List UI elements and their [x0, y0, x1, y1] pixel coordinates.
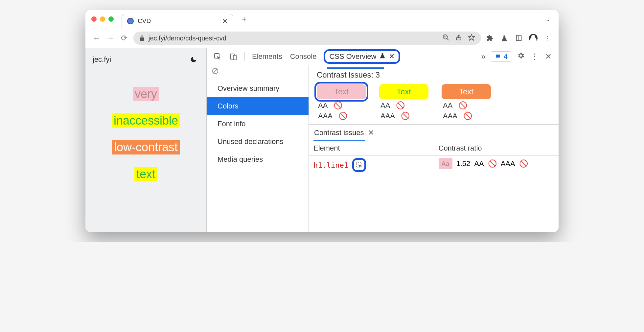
forward-button[interactable]: →: [106, 34, 115, 43]
css-overview-content: Contrast issues: 3 TextAA🚫AAA🚫TextAA🚫AAA…: [309, 65, 559, 232]
fail-icon: 🚫: [338, 112, 347, 120]
ratio-aaa-fail-icon: 🚫: [519, 159, 528, 168]
fail-icon: 🚫: [401, 112, 410, 120]
sidebar-item[interactable]: Overview summary: [207, 80, 309, 97]
url-text: jec.fyi/demo/cds-quest-cvd: [149, 35, 438, 42]
fail-icon: 🚫: [463, 112, 472, 120]
reading-list-icon[interactable]: [515, 34, 523, 42]
sidebar-item[interactable]: Font info: [207, 115, 309, 133]
col-header-ratio: Contrast ratio: [434, 141, 559, 155]
back-button[interactable]: ←: [92, 34, 101, 43]
sidebar-item[interactable]: Colors: [207, 97, 309, 115]
flask-icon: [380, 52, 385, 61]
svg-marker-4: [469, 34, 474, 40]
issues-count: 4: [504, 52, 508, 61]
aaa-row: AAA🚫: [379, 112, 428, 120]
ratio-aaa-label: AAA: [501, 159, 515, 168]
lock-icon: [139, 35, 145, 41]
dark-mode-toggle[interactable]: [188, 54, 199, 65]
tab-elements[interactable]: Elements: [251, 51, 283, 62]
labs-flask-icon[interactable]: [500, 34, 509, 42]
demo-word: low-contrast: [112, 140, 180, 154]
clear-overview-icon[interactable]: [212, 67, 219, 76]
contrast-issues-panel: Contrast issues ✕ Element h1.line1: [309, 124, 559, 175]
hover-element-icon[interactable]: [352, 158, 366, 172]
sidebar-item[interactable]: Unused declarations: [207, 133, 309, 151]
tab-close-button[interactable]: ✕: [222, 17, 228, 25]
contrast-swatch-column: TextAA🚫AAA🚫: [317, 84, 366, 120]
address-bar[interactable]: jec.fyi/demo/cds-quest-cvd: [133, 32, 481, 45]
devtools-overflow-icon[interactable]: »: [481, 52, 485, 61]
zoom-out-icon[interactable]: [442, 34, 449, 43]
tab-css-overview-label: CSS Overview: [329, 52, 376, 61]
contrast-swatch[interactable]: Text: [317, 84, 366, 99]
fail-icon: 🚫: [396, 101, 405, 110]
issue-element-selector: h1.line1: [313, 161, 348, 169]
extensions-icon[interactable]: [486, 34, 494, 42]
svg-line-11: [213, 69, 218, 73]
issues-panel-tab[interactable]: Contrast issues: [313, 127, 365, 141]
svg-line-1: [447, 38, 449, 40]
demo-word: inaccessible: [112, 113, 180, 128]
browser-tab[interactable]: CVD ✕: [122, 14, 233, 28]
aa-row: AA🚫: [317, 101, 366, 110]
contrast-swatch-column: TextAA🚫AAA🚫: [379, 84, 428, 120]
devtools-menu-icon[interactable]: ⋮: [530, 52, 539, 61]
zoom-window-button[interactable]: [108, 16, 114, 22]
contrast-swatch[interactable]: Text: [379, 84, 428, 99]
site-label: jec.fyi: [93, 55, 111, 64]
tab-css-overview[interactable]: CSS Overview ✕: [324, 49, 400, 64]
fail-icon: 🚫: [334, 101, 342, 110]
demo-word: very: [133, 87, 159, 101]
col-header-element: Element: [309, 141, 434, 155]
issues-panel-close[interactable]: ✕: [368, 129, 374, 137]
inspect-element-icon[interactable]: [213, 52, 222, 61]
demo-text-column: veryinaccessiblelow-contrasttext: [85, 71, 206, 232]
devtools-close-button[interactable]: ✕: [544, 52, 553, 61]
page-pane: jec.fyi veryinaccessiblelow-contrasttext: [85, 48, 207, 232]
bookmark-star-icon[interactable]: [468, 34, 475, 43]
demo-word: text: [134, 167, 157, 181]
ratio-aa-fail-icon: 🚫: [488, 159, 497, 168]
reload-button[interactable]: ⟳: [120, 34, 129, 43]
window-controls: [91, 16, 114, 22]
aa-row: AA🚫: [442, 101, 491, 110]
ratio-swatch: Aa: [439, 158, 452, 169]
sidebar-item[interactable]: Media queries: [207, 151, 309, 168]
settings-gear-icon[interactable]: [517, 52, 525, 61]
svg-rect-6: [517, 36, 518, 41]
devtools-pane: Elements Console CSS Overview ✕ » 4: [207, 48, 559, 232]
device-toolbar-icon[interactable]: [229, 52, 238, 61]
tab-css-overview-close[interactable]: ✕: [389, 52, 395, 61]
aa-row: AA🚫: [379, 101, 428, 110]
main-area: jec.fyi veryinaccessiblelow-contrasttext…: [85, 48, 559, 232]
aaa-row: AAA🚫: [317, 112, 366, 120]
tab-strip: CVD ✕ ＋ ⌄: [85, 10, 559, 28]
contrast-swatch[interactable]: Text: [442, 84, 491, 99]
svg-rect-9: [233, 55, 236, 60]
share-icon[interactable]: [455, 34, 462, 43]
contrast-swatch-column: TextAA🚫AAA🚫: [442, 84, 491, 120]
profile-avatar-icon[interactable]: [529, 34, 538, 42]
tabs-dropdown-icon[interactable]: ⌄: [546, 15, 551, 23]
issues-chip[interactable]: 4: [491, 51, 511, 62]
aaa-row: AAA🚫: [442, 112, 491, 120]
tab-title: CVD: [138, 17, 218, 25]
contrast-issues-heading: Contrast issues: 3: [317, 70, 551, 80]
ratio-aa-label: AA: [474, 159, 484, 168]
new-tab-button[interactable]: ＋: [240, 13, 248, 25]
devtools-tabbar: Elements Console CSS Overview ✕ » 4: [207, 48, 559, 65]
browser-window: CVD ✕ ＋ ⌄ ← → ⟳ jec.fyi/demo/cds-quest-c…: [85, 10, 559, 232]
issue-row-ratio: Aa 1.52 AA 🚫 AAA 🚫: [434, 155, 559, 172]
close-window-button[interactable]: [91, 16, 97, 22]
fail-icon: 🚫: [458, 101, 467, 110]
svg-rect-5: [517, 36, 521, 41]
browser-menu-icon[interactable]: ⋮: [543, 34, 552, 42]
url-toolbar: ← → ⟳ jec.fyi/demo/cds-quest-cvd: [85, 28, 559, 48]
tab-console[interactable]: Console: [289, 51, 317, 62]
issue-row-element[interactable]: h1.line1: [309, 155, 434, 175]
ratio-value: 1.52: [456, 159, 471, 168]
favicon-icon: [127, 18, 134, 24]
minimize-window-button[interactable]: [100, 16, 105, 22]
browser-right-icons: ⋮: [486, 34, 552, 42]
